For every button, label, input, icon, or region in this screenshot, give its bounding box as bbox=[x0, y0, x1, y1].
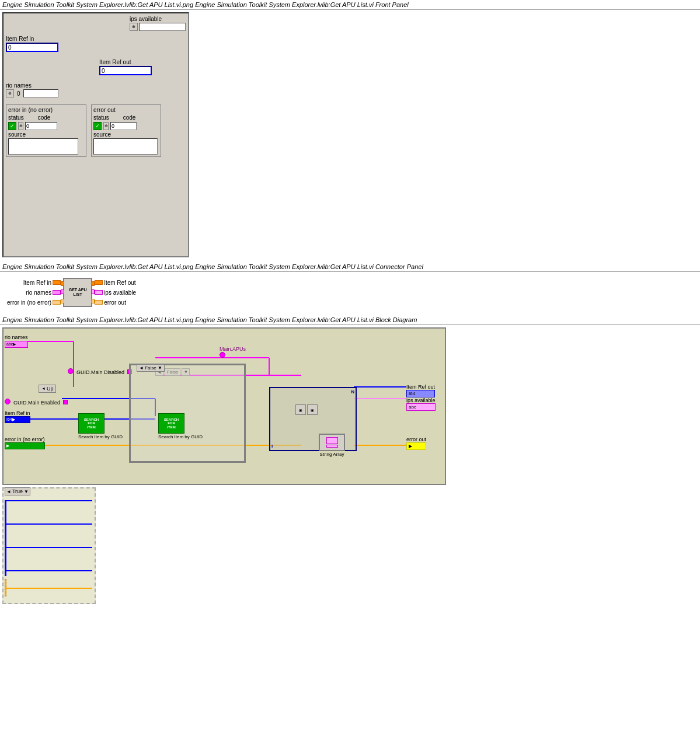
search-item-guid-2-section: SEARCHFORITEM Search Item by GUID bbox=[158, 413, 203, 439]
search-item-guid-2-label: Search Item by GUID bbox=[158, 434, 203, 439]
connector-panel-title: Engine Simulation Toolkit System Explore… bbox=[0, 262, 700, 272]
func-small-2: ▣ bbox=[307, 404, 318, 415]
item-ref-in-label: Item Ref in bbox=[6, 36, 186, 42]
item-ref-out-section: Item Ref out 0 bbox=[99, 59, 186, 75]
search-item-guid-1-section: SEARCHFORITEM Search Item by GUID bbox=[78, 413, 123, 439]
func-small-1: ▣ bbox=[295, 404, 306, 415]
port-right-top bbox=[91, 281, 95, 286]
blue-wire-3 bbox=[5, 558, 6, 576]
conn-vi-icon-text: GET APU LIST bbox=[64, 288, 91, 298]
rio-names-label: rio names bbox=[6, 82, 186, 89]
ips-available-col: ips available ⊕ bbox=[130, 16, 186, 31]
guid-main-enabled-section: GUID.Main Enabled bbox=[5, 399, 68, 406]
conn-error-in-row: error in (no error) bbox=[7, 299, 61, 306]
ips-available-label: ips available bbox=[130, 16, 186, 22]
error-in-bd-label: error in (no error) bbox=[5, 437, 45, 442]
item-ref-in-input[interactable]: 0 bbox=[6, 43, 58, 52]
error-in-status-indicator: ✓ bbox=[8, 122, 16, 130]
error-in-title: error in (no error) bbox=[8, 107, 84, 113]
error-panels-row: error in (no error) status code ✓ ⊕ 0 so… bbox=[6, 104, 186, 157]
guid-disabled-label: GUID.Main Disabled bbox=[76, 369, 124, 375]
error-out-panel: error out status code ✓ ⊕ 0 source bbox=[91, 104, 161, 157]
conn-error-out-row: error out bbox=[95, 299, 126, 306]
error-out-code-spin[interactable]: ⊕ bbox=[103, 122, 109, 130]
ips-available-row: ips available ⊕ bbox=[6, 16, 186, 31]
bottom-section: ◄ True ▼ bbox=[2, 487, 698, 604]
error-out-source-label: source bbox=[93, 131, 159, 138]
block-diagram-title: Engine Simulation Toolkit System Explore… bbox=[0, 315, 700, 325]
error-out-title: error out bbox=[93, 107, 159, 113]
rio-names-bd-label: rio names bbox=[5, 334, 28, 340]
up-const-section: ◄ Up bbox=[39, 384, 56, 393]
rio-names-input[interactable] bbox=[23, 89, 58, 97]
conn-error-in-label: error in (no error) bbox=[7, 299, 51, 306]
error-in-code-input[interactable]: 0 bbox=[25, 122, 57, 130]
error-out-status-indicator: ✓ bbox=[93, 122, 102, 130]
conn-ips-available-label: ips available bbox=[104, 289, 136, 296]
conn-rio-names-row: rio names bbox=[26, 289, 61, 296]
rio-index: 0 bbox=[15, 90, 22, 97]
n-label: N bbox=[351, 389, 354, 395]
conn-rio-names-label: rio names bbox=[26, 289, 51, 296]
error-in-code-spin[interactable]: ⊕ bbox=[18, 122, 23, 130]
main-apus-section: Main.APUs bbox=[220, 346, 246, 358]
up-label: Up bbox=[47, 386, 54, 392]
port-right-bot bbox=[91, 299, 95, 303]
rio-names-section: rio names ⊕ 0 bbox=[6, 82, 186, 97]
case-left-arrow[interactable]: ◄ bbox=[6, 489, 11, 494]
item-ref-in-bd-terminal: I64▶ bbox=[5, 416, 30, 423]
connector-left-labels: Item Ref in rio names error in (no error… bbox=[7, 280, 61, 306]
block-diagram: rio names abc▶ Main.APUs GUID.Main Disab… bbox=[2, 327, 446, 485]
h-orange-bottom bbox=[5, 588, 92, 589]
port-right-mid bbox=[91, 289, 95, 294]
connector-panel: Item Ref in rio names error in (no error… bbox=[2, 274, 698, 310]
error-out-code-display: 0 bbox=[110, 122, 137, 130]
string-array-inner bbox=[326, 437, 338, 448]
h-blue-4 bbox=[5, 570, 92, 571]
conn-item-ref-out-label: Item Ref out bbox=[104, 280, 135, 286]
item-ref-out-bd-label: Item Ref out bbox=[406, 384, 435, 390]
up-const: ◄ Up bbox=[39, 385, 56, 393]
item-ref-out-display: 0 bbox=[99, 66, 152, 75]
error-out-status-label: status bbox=[93, 114, 109, 121]
item-ref-out-label: Item Ref out bbox=[99, 59, 186, 65]
conn-error-in-port bbox=[53, 300, 61, 305]
connector-layout: Item Ref in rio names error in (no error… bbox=[7, 278, 693, 307]
port-left-top bbox=[61, 281, 64, 286]
h-blue-2 bbox=[5, 523, 92, 525]
main-apus-label: Main.APUs bbox=[220, 346, 246, 352]
guid-main-disabled-section: GUID.Main Disabled bbox=[68, 368, 132, 375]
search-item-guid-2-block: SEARCHFORITEM bbox=[158, 413, 184, 434]
h-blue-1 bbox=[5, 500, 92, 501]
case-header-display: ◄ False ▼ bbox=[137, 364, 165, 372]
conn-rio-names-port bbox=[53, 290, 61, 295]
front-panel: ips available ⊕ Item Ref in 0 Item Ref o… bbox=[2, 12, 189, 257]
conn-item-ref-in-row: Item Ref in bbox=[23, 280, 61, 286]
rio-names-terminal: rio names abc▶ bbox=[5, 334, 28, 348]
case-right-arrow[interactable]: ▼ bbox=[24, 489, 29, 494]
conn-item-ref-out-port bbox=[95, 280, 103, 285]
small-func-cluster: ▣ ▣ bbox=[295, 404, 318, 415]
port-left-bot bbox=[61, 299, 64, 303]
item-ref-in-section: Item Ref in 0 bbox=[6, 36, 186, 52]
rio-names-control: ⊕ 0 bbox=[6, 89, 186, 97]
error-out-labels-row: status code bbox=[93, 114, 159, 121]
connector-right-labels: Item Ref out ips available error out bbox=[95, 280, 136, 306]
ips-available-indicator: abc bbox=[406, 403, 436, 411]
string-array-section: String Array bbox=[319, 434, 345, 457]
item-ref-out-indicator: I64 bbox=[406, 390, 435, 397]
ips-available-control: ⊕ bbox=[130, 23, 186, 31]
front-panel-title: Engine Simulation Toolkit System Explore… bbox=[0, 0, 700, 10]
conn-ips-available-port bbox=[95, 290, 103, 295]
main-apus-terminal bbox=[220, 352, 225, 358]
error-in-source-input[interactable] bbox=[8, 138, 78, 155]
string-array-label: String Array bbox=[319, 452, 345, 457]
rio-names-bd-terminal: abc▶ bbox=[5, 341, 28, 348]
rio-spin-button[interactable]: ⊕ bbox=[6, 89, 14, 97]
error-in-values-row: ✓ ⊕ 0 bbox=[8, 122, 84, 130]
conn-item-ref-in-label: Item Ref in bbox=[23, 280, 51, 286]
func-cluster-row: ▣ ▣ bbox=[295, 404, 318, 415]
error-out-values-row: ✓ ⊕ 0 bbox=[93, 122, 159, 130]
error-in-bd-terminal: ▶ bbox=[5, 442, 45, 449]
ips-spin-button[interactable]: ⊕ bbox=[130, 23, 138, 31]
